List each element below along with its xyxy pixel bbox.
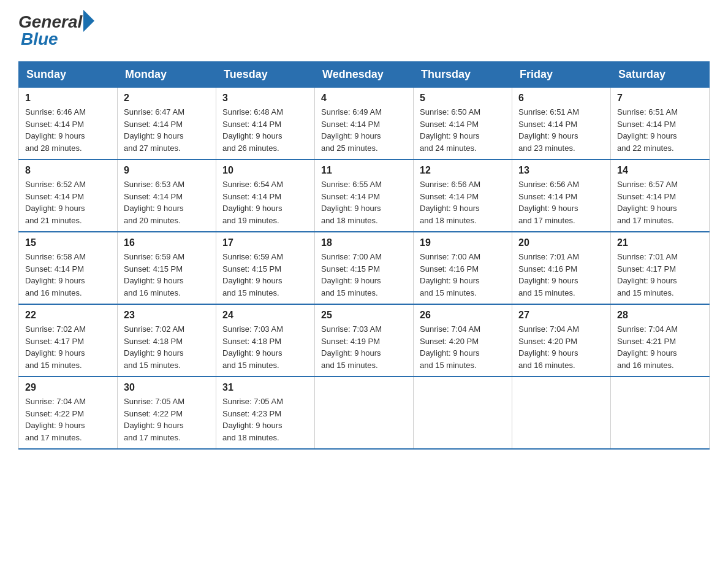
day-info: Sunrise: 6:59 AMSunset: 4:15 PMDaylight:… <box>124 251 210 299</box>
day-info: Sunrise: 7:01 AMSunset: 4:16 PMDaylight:… <box>518 251 604 299</box>
day-info: Sunrise: 7:04 AMSunset: 4:20 PMDaylight:… <box>420 323 506 371</box>
calendar-cell: 11Sunrise: 6:55 AMSunset: 4:14 PMDayligh… <box>315 159 414 232</box>
calendar-cell <box>414 377 512 449</box>
day-number: 11 <box>321 165 407 176</box>
day-number: 4 <box>321 93 407 104</box>
calendar-cell: 24Sunrise: 7:03 AMSunset: 4:18 PMDayligh… <box>216 304 315 377</box>
page-header: General Blue <box>18 12 710 49</box>
day-number: 16 <box>124 237 210 248</box>
day-number: 6 <box>518 93 604 104</box>
calendar-header-row: SundayMondayTuesdayWednesdayThursdayFrid… <box>19 62 710 88</box>
calendar-cell: 28Sunrise: 7:04 AMSunset: 4:21 PMDayligh… <box>611 304 710 377</box>
day-number: 2 <box>124 93 210 104</box>
day-number: 12 <box>420 165 506 176</box>
calendar-cell: 3Sunrise: 6:48 AMSunset: 4:14 PMDaylight… <box>216 88 315 160</box>
calendar-cell: 14Sunrise: 6:57 AMSunset: 4:14 PMDayligh… <box>611 159 710 232</box>
calendar-week-2: 8Sunrise: 6:52 AMSunset: 4:14 PMDaylight… <box>19 159 710 232</box>
day-info: Sunrise: 6:48 AMSunset: 4:14 PMDaylight:… <box>222 106 308 154</box>
day-number: 18 <box>321 237 407 248</box>
day-number: 27 <box>518 310 604 321</box>
logo-arrow-icon <box>83 10 94 32</box>
day-info: Sunrise: 6:50 AMSunset: 4:14 PMDaylight:… <box>420 106 506 154</box>
day-number: 10 <box>222 165 308 176</box>
header-thursday: Thursday <box>414 62 512 88</box>
calendar-week-1: 1Sunrise: 6:46 AMSunset: 4:14 PMDaylight… <box>19 88 710 160</box>
day-info: Sunrise: 6:47 AMSunset: 4:14 PMDaylight:… <box>124 106 210 154</box>
day-number: 23 <box>124 310 210 321</box>
day-info: Sunrise: 7:03 AMSunset: 4:19 PMDaylight:… <box>321 323 407 371</box>
calendar-cell: 10Sunrise: 6:54 AMSunset: 4:14 PMDayligh… <box>216 159 315 232</box>
calendar-cell: 26Sunrise: 7:04 AMSunset: 4:20 PMDayligh… <box>414 304 512 377</box>
calendar-cell: 12Sunrise: 6:56 AMSunset: 4:14 PMDayligh… <box>414 159 512 232</box>
calendar-cell: 19Sunrise: 7:00 AMSunset: 4:16 PMDayligh… <box>414 232 512 304</box>
day-number: 24 <box>222 310 308 321</box>
day-number: 26 <box>420 310 506 321</box>
day-number: 20 <box>518 237 604 248</box>
day-info: Sunrise: 7:03 AMSunset: 4:18 PMDaylight:… <box>222 323 308 371</box>
calendar-cell: 8Sunrise: 6:52 AMSunset: 4:14 PMDaylight… <box>19 159 118 232</box>
header-saturday: Saturday <box>611 62 710 88</box>
calendar-cell: 18Sunrise: 7:00 AMSunset: 4:15 PMDayligh… <box>315 232 414 304</box>
day-info: Sunrise: 6:46 AMSunset: 4:14 PMDaylight:… <box>25 106 111 154</box>
day-number: 1 <box>25 93 111 104</box>
calendar-cell: 21Sunrise: 7:01 AMSunset: 4:17 PMDayligh… <box>611 232 710 304</box>
day-number: 17 <box>222 237 308 248</box>
day-info: Sunrise: 6:49 AMSunset: 4:14 PMDaylight:… <box>321 106 407 154</box>
calendar-cell: 31Sunrise: 7:05 AMSunset: 4:23 PMDayligh… <box>216 377 315 449</box>
day-number: 29 <box>25 382 111 393</box>
day-info: Sunrise: 7:04 AMSunset: 4:22 PMDaylight:… <box>25 396 111 443</box>
header-sunday: Sunday <box>19 62 118 88</box>
calendar-week-3: 15Sunrise: 6:58 AMSunset: 4:14 PMDayligh… <box>19 232 710 304</box>
day-info: Sunrise: 6:51 AMSunset: 4:14 PMDaylight:… <box>617 106 703 154</box>
day-number: 21 <box>617 237 703 248</box>
logo: General Blue <box>18 12 94 49</box>
day-info: Sunrise: 7:01 AMSunset: 4:17 PMDaylight:… <box>617 251 703 299</box>
day-info: Sunrise: 6:57 AMSunset: 4:14 PMDaylight:… <box>617 178 703 226</box>
calendar-cell: 30Sunrise: 7:05 AMSunset: 4:22 PMDayligh… <box>118 377 216 449</box>
day-number: 7 <box>617 93 703 104</box>
day-info: Sunrise: 7:04 AMSunset: 4:21 PMDaylight:… <box>617 323 703 371</box>
day-number: 9 <box>124 165 210 176</box>
calendar-week-4: 22Sunrise: 7:02 AMSunset: 4:17 PMDayligh… <box>19 304 710 377</box>
day-info: Sunrise: 7:05 AMSunset: 4:23 PMDaylight:… <box>222 396 308 443</box>
calendar-cell: 29Sunrise: 7:04 AMSunset: 4:22 PMDayligh… <box>19 377 118 449</box>
calendar-table: SundayMondayTuesdayWednesdayThursdayFrid… <box>18 61 710 450</box>
day-number: 30 <box>124 382 210 393</box>
header-tuesday: Tuesday <box>216 62 315 88</box>
day-info: Sunrise: 6:51 AMSunset: 4:14 PMDaylight:… <box>518 106 604 154</box>
day-info: Sunrise: 6:56 AMSunset: 4:14 PMDaylight:… <box>420 178 506 226</box>
day-number: 8 <box>25 165 111 176</box>
day-info: Sunrise: 6:58 AMSunset: 4:14 PMDaylight:… <box>25 251 111 299</box>
logo-blue-text: Blue <box>18 29 58 49</box>
calendar-cell: 27Sunrise: 7:04 AMSunset: 4:20 PMDayligh… <box>512 304 611 377</box>
calendar-cell <box>611 377 710 449</box>
header-wednesday: Wednesday <box>315 62 414 88</box>
calendar-cell <box>512 377 611 449</box>
day-number: 3 <box>222 93 308 104</box>
day-number: 15 <box>25 237 111 248</box>
calendar-cell: 17Sunrise: 6:59 AMSunset: 4:15 PMDayligh… <box>216 232 315 304</box>
day-number: 14 <box>617 165 703 176</box>
day-info: Sunrise: 6:54 AMSunset: 4:14 PMDaylight:… <box>222 178 308 226</box>
calendar-cell: 2Sunrise: 6:47 AMSunset: 4:14 PMDaylight… <box>118 88 216 160</box>
day-info: Sunrise: 7:00 AMSunset: 4:15 PMDaylight:… <box>321 251 407 299</box>
day-number: 25 <box>321 310 407 321</box>
calendar-cell: 16Sunrise: 6:59 AMSunset: 4:15 PMDayligh… <box>118 232 216 304</box>
calendar-cell: 4Sunrise: 6:49 AMSunset: 4:14 PMDaylight… <box>315 88 414 160</box>
header-friday: Friday <box>512 62 611 88</box>
day-info: Sunrise: 6:53 AMSunset: 4:14 PMDaylight:… <box>124 178 210 226</box>
day-number: 13 <box>518 165 604 176</box>
day-info: Sunrise: 6:52 AMSunset: 4:14 PMDaylight:… <box>25 178 111 226</box>
calendar-cell: 7Sunrise: 6:51 AMSunset: 4:14 PMDaylight… <box>611 88 710 160</box>
day-info: Sunrise: 6:55 AMSunset: 4:14 PMDaylight:… <box>321 178 407 226</box>
day-info: Sunrise: 7:02 AMSunset: 4:17 PMDaylight:… <box>25 323 111 371</box>
day-info: Sunrise: 6:56 AMSunset: 4:14 PMDaylight:… <box>518 178 604 226</box>
day-info: Sunrise: 7:00 AMSunset: 4:16 PMDaylight:… <box>420 251 506 299</box>
calendar-week-5: 29Sunrise: 7:04 AMSunset: 4:22 PMDayligh… <box>19 377 710 449</box>
day-number: 5 <box>420 93 506 104</box>
day-number: 19 <box>420 237 506 248</box>
calendar-cell: 9Sunrise: 6:53 AMSunset: 4:14 PMDaylight… <box>118 159 216 232</box>
calendar-cell: 25Sunrise: 7:03 AMSunset: 4:19 PMDayligh… <box>315 304 414 377</box>
day-number: 31 <box>222 382 308 393</box>
day-info: Sunrise: 7:05 AMSunset: 4:22 PMDaylight:… <box>124 396 210 443</box>
